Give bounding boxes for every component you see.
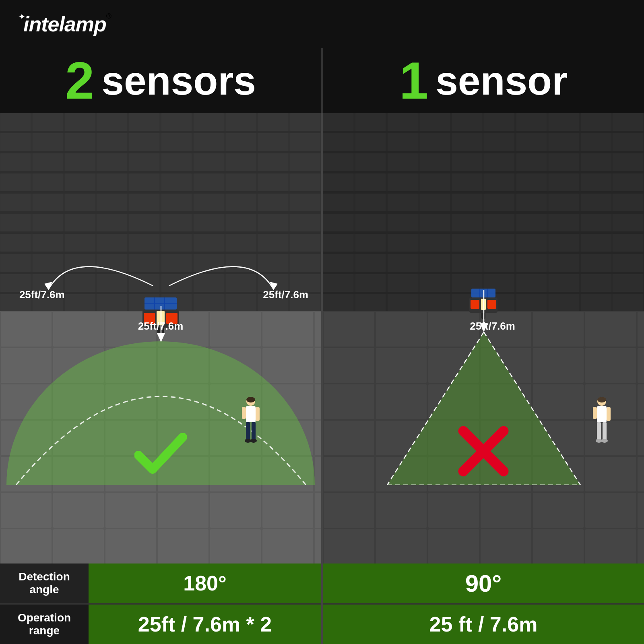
logo-area: ✦ intelamp ® <box>16 12 111 36</box>
svg-rect-57 <box>597 406 607 422</box>
right-panel: 25ft/7.6m <box>323 113 644 564</box>
right-title-number: 1 <box>399 54 428 107</box>
right-person <box>584 396 620 485</box>
left-detection-label: Detectionangle <box>19 570 70 596</box>
left-panel: 25ft/7.6m 25ft/7.6m 25ft/7.6m <box>0 113 321 564</box>
right-operation-value: 25 ft / 7.6m <box>429 612 538 636</box>
left-operation-row: Operationrange 25ft / 7.6m * 2 <box>0 605 321 644</box>
svg-rect-50 <box>471 300 479 309</box>
left-detection-label-container: Detectionangle <box>0 564 89 603</box>
header: ✦ intelamp ® <box>0 0 644 48</box>
left-operation-value: 25ft / 7.6m * 2 <box>138 612 272 636</box>
svg-rect-29 <box>242 407 246 419</box>
svg-point-60 <box>596 439 602 443</box>
right-detection-row: 90° <box>323 564 644 603</box>
left-brick-pattern <box>0 113 321 311</box>
svg-rect-58 <box>597 422 601 440</box>
right-operation-value-container: 25 ft / 7.6m <box>323 605 644 644</box>
svg-point-64 <box>597 397 606 402</box>
panel-divider <box>321 113 323 564</box>
main-content: 25ft/7.6m 25ft/7.6m 25ft/7.6m <box>0 113 644 564</box>
svg-rect-51 <box>481 299 486 310</box>
left-detection-value-container: 180° <box>89 564 321 603</box>
left-person <box>233 396 269 485</box>
brand-logo: intelamp <box>23 12 106 36</box>
right-lamp <box>461 289 506 320</box>
svg-point-28 <box>250 439 257 443</box>
bottom-bar: Detectionangle 180° Operationrange 25ft … <box>0 564 644 644</box>
left-operation-label: Operationrange <box>18 611 71 637</box>
right-detection-value: 90° <box>465 570 502 597</box>
left-check-mark <box>134 433 187 479</box>
bottom-left: Detectionangle 180° Operationrange 25ft … <box>0 564 321 644</box>
right-detection-value-container: 90° <box>323 564 644 603</box>
right-title: 1 sensor <box>323 48 644 113</box>
svg-rect-59 <box>603 422 607 440</box>
left-measure-left: 25ft/7.6m <box>19 289 65 301</box>
svg-point-27 <box>245 439 251 443</box>
svg-rect-5 <box>0 113 321 311</box>
left-detection-row: Detectionangle 180° <box>0 564 321 603</box>
left-operation-value-container: 25ft / 7.6m * 2 <box>89 605 321 644</box>
left-operation-label-container: Operationrange <box>0 605 89 644</box>
left-detection-value: 180° <box>183 571 227 595</box>
left-measure-right: 25ft/7.6m <box>263 289 308 301</box>
svg-rect-52 <box>487 300 496 309</box>
svg-point-61 <box>601 439 608 443</box>
logo-star-icon: ✦ <box>18 12 25 22</box>
svg-rect-24 <box>246 406 256 422</box>
svg-rect-62 <box>593 407 597 419</box>
svg-rect-53 <box>481 313 485 319</box>
right-title-word: sensor <box>436 60 568 101</box>
right-operation-row: 25 ft / 7.6m <box>323 605 644 644</box>
svg-rect-63 <box>607 407 611 421</box>
svg-point-31 <box>246 397 255 402</box>
right-measure-center: 25ft/7.6m <box>470 320 515 332</box>
left-title-number: 2 <box>65 54 94 107</box>
left-title: 2 sensors <box>0 48 321 113</box>
right-x-mark <box>457 425 510 479</box>
titles-row: 2 sensors 1 sensor <box>0 48 644 113</box>
left-measure-center: 25ft/7.6m <box>138 320 184 332</box>
registered-icon: ® <box>106 12 111 21</box>
right-brick-pattern <box>323 113 644 311</box>
svg-rect-30 <box>256 407 260 421</box>
main-container: ✦ intelamp ® 2 sensors 1 sensor <box>0 0 644 644</box>
svg-rect-37 <box>323 113 644 311</box>
svg-rect-25 <box>246 422 250 440</box>
left-title-word: sensors <box>101 60 256 101</box>
bottom-right: 90° 25 ft / 7.6m <box>323 564 644 644</box>
svg-rect-26 <box>252 422 256 440</box>
